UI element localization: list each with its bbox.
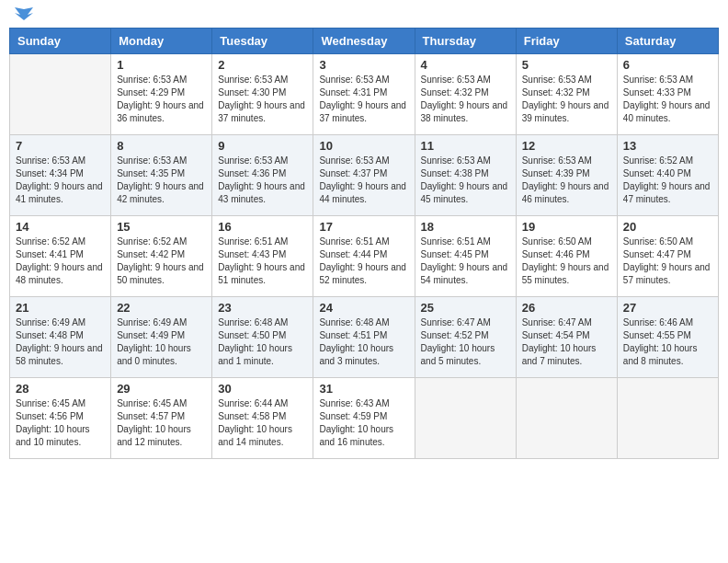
day-info: Sunrise: 6:47 AM Sunset: 4:52 PM Dayligh… [421, 316, 510, 368]
day-info: Sunrise: 6:48 AM Sunset: 4:50 PM Dayligh… [218, 316, 307, 368]
calendar-cell: 30Sunrise: 6:44 AM Sunset: 4:58 PM Dayli… [212, 378, 313, 459]
day-info: Sunrise: 6:49 AM Sunset: 4:48 PM Dayligh… [16, 316, 105, 368]
day-info: Sunrise: 6:45 AM Sunset: 4:56 PM Dayligh… [16, 397, 105, 449]
day-info: Sunrise: 6:50 AM Sunset: 4:47 PM Dayligh… [623, 236, 712, 287]
calendar-cell: 23Sunrise: 6:48 AM Sunset: 4:50 PM Dayli… [212, 297, 313, 378]
calendar-cell: 14Sunrise: 6:52 AM Sunset: 4:41 PM Dayli… [10, 216, 111, 297]
week-row-1: 1Sunrise: 6:53 AM Sunset: 4:29 PM Daylig… [10, 54, 719, 135]
day-info: Sunrise: 6:49 AM Sunset: 4:49 PM Dayligh… [117, 316, 206, 368]
calendar-cell: 21Sunrise: 6:49 AM Sunset: 4:48 PM Dayli… [10, 297, 111, 378]
calendar-cell: 15Sunrise: 6:52 AM Sunset: 4:42 PM Dayli… [111, 216, 212, 297]
day-info: Sunrise: 6:53 AM Sunset: 4:32 PM Dayligh… [522, 74, 611, 125]
calendar-cell [415, 378, 516, 459]
day-info: Sunrise: 6:44 AM Sunset: 4:58 PM Dayligh… [218, 397, 307, 449]
calendar-cell [10, 54, 111, 135]
calendar-cell: 26Sunrise: 6:47 AM Sunset: 4:54 PM Dayli… [516, 297, 617, 378]
day-number: 15 [117, 220, 206, 234]
calendar-cell: 10Sunrise: 6:53 AM Sunset: 4:37 PM Dayli… [313, 135, 415, 216]
weekday-header-wednesday: Wednesday [313, 29, 415, 54]
calendar-cell: 22Sunrise: 6:49 AM Sunset: 4:49 PM Dayli… [111, 297, 212, 378]
day-info: Sunrise: 6:47 AM Sunset: 4:54 PM Dayligh… [522, 316, 611, 368]
weekday-header-row: SundayMondayTuesdayWednesdayThursdayFrid… [10, 29, 719, 54]
day-number: 18 [421, 220, 510, 234]
day-number: 29 [117, 382, 206, 396]
week-row-5: 28Sunrise: 6:45 AM Sunset: 4:56 PM Dayli… [10, 378, 719, 459]
day-number: 7 [16, 139, 105, 153]
calendar-cell [516, 378, 617, 459]
page-header [9, 9, 719, 20]
day-info: Sunrise: 6:53 AM Sunset: 4:31 PM Dayligh… [319, 74, 408, 125]
day-info: Sunrise: 6:53 AM Sunset: 4:37 PM Dayligh… [319, 155, 408, 206]
day-number: 22 [117, 301, 206, 315]
day-info: Sunrise: 6:45 AM Sunset: 4:57 PM Dayligh… [117, 397, 206, 449]
weekday-header-monday: Monday [111, 29, 212, 54]
calendar-cell: 8Sunrise: 6:53 AM Sunset: 4:35 PM Daylig… [111, 135, 212, 216]
calendar-cell: 29Sunrise: 6:45 AM Sunset: 4:57 PM Dayli… [111, 378, 212, 459]
day-number: 5 [522, 58, 611, 72]
day-number: 11 [421, 139, 510, 153]
day-number: 25 [421, 301, 510, 315]
day-info: Sunrise: 6:51 AM Sunset: 4:43 PM Dayligh… [218, 236, 307, 287]
day-info: Sunrise: 6:53 AM Sunset: 4:34 PM Dayligh… [16, 155, 105, 206]
day-info: Sunrise: 6:53 AM Sunset: 4:32 PM Dayligh… [421, 74, 510, 125]
weekday-header-friday: Friday [516, 29, 617, 54]
calendar-cell: 4Sunrise: 6:53 AM Sunset: 4:32 PM Daylig… [415, 54, 516, 135]
day-number: 10 [319, 139, 408, 153]
day-number: 28 [16, 382, 105, 396]
calendar-cell: 3Sunrise: 6:53 AM Sunset: 4:31 PM Daylig… [313, 54, 415, 135]
day-info: Sunrise: 6:51 AM Sunset: 4:45 PM Dayligh… [421, 236, 510, 287]
day-info: Sunrise: 6:53 AM Sunset: 4:33 PM Dayligh… [623, 74, 712, 125]
calendar-cell: 19Sunrise: 6:50 AM Sunset: 4:46 PM Dayli… [516, 216, 617, 297]
calendar-cell: 2Sunrise: 6:53 AM Sunset: 4:30 PM Daylig… [212, 54, 313, 135]
day-info: Sunrise: 6:48 AM Sunset: 4:51 PM Dayligh… [319, 316, 408, 368]
day-number: 26 [522, 301, 611, 315]
calendar-cell: 7Sunrise: 6:53 AM Sunset: 4:34 PM Daylig… [10, 135, 111, 216]
calendar-cell: 25Sunrise: 6:47 AM Sunset: 4:52 PM Dayli… [415, 297, 516, 378]
calendar-cell: 31Sunrise: 6:43 AM Sunset: 4:59 PM Dayli… [313, 378, 415, 459]
weekday-header-tuesday: Tuesday [212, 29, 313, 54]
weekday-header-saturday: Saturday [617, 29, 718, 54]
calendar-cell [617, 378, 718, 459]
calendar-cell: 17Sunrise: 6:51 AM Sunset: 4:44 PM Dayli… [313, 216, 415, 297]
day-number: 13 [623, 139, 712, 153]
day-number: 24 [319, 301, 408, 315]
day-number: 16 [218, 220, 307, 234]
logo-bird-icon [15, 7, 33, 24]
day-number: 30 [218, 382, 307, 396]
calendar-cell: 13Sunrise: 6:52 AM Sunset: 4:40 PM Dayli… [617, 135, 718, 216]
week-row-2: 7Sunrise: 6:53 AM Sunset: 4:34 PM Daylig… [10, 135, 719, 216]
day-info: Sunrise: 6:52 AM Sunset: 4:40 PM Dayligh… [623, 155, 712, 206]
calendar-cell: 11Sunrise: 6:53 AM Sunset: 4:38 PM Dayli… [415, 135, 516, 216]
calendar-cell: 5Sunrise: 6:53 AM Sunset: 4:32 PM Daylig… [516, 54, 617, 135]
calendar-cell: 18Sunrise: 6:51 AM Sunset: 4:45 PM Dayli… [415, 216, 516, 297]
calendar-table: SundayMondayTuesdayWednesdayThursdayFrid… [9, 28, 719, 459]
day-number: 6 [623, 58, 712, 72]
day-number: 8 [117, 139, 206, 153]
day-info: Sunrise: 6:53 AM Sunset: 4:39 PM Dayligh… [522, 155, 611, 206]
day-info: Sunrise: 6:51 AM Sunset: 4:44 PM Dayligh… [319, 236, 408, 287]
day-info: Sunrise: 6:53 AM Sunset: 4:29 PM Dayligh… [117, 74, 206, 125]
calendar-cell: 28Sunrise: 6:45 AM Sunset: 4:56 PM Dayli… [10, 378, 111, 459]
day-number: 1 [117, 58, 206, 72]
calendar-cell: 12Sunrise: 6:53 AM Sunset: 4:39 PM Dayli… [516, 135, 617, 216]
svg-marker-0 [15, 7, 33, 20]
day-number: 21 [16, 301, 105, 315]
day-number: 27 [623, 301, 712, 315]
day-info: Sunrise: 6:53 AM Sunset: 4:35 PM Dayligh… [117, 155, 206, 206]
day-number: 9 [218, 139, 307, 153]
calendar-cell: 20Sunrise: 6:50 AM Sunset: 4:47 PM Dayli… [617, 216, 718, 297]
day-number: 17 [319, 220, 408, 234]
day-info: Sunrise: 6:46 AM Sunset: 4:55 PM Dayligh… [623, 316, 712, 368]
day-info: Sunrise: 6:52 AM Sunset: 4:41 PM Dayligh… [16, 236, 105, 287]
day-number: 19 [522, 220, 611, 234]
day-number: 2 [218, 58, 307, 72]
day-info: Sunrise: 6:52 AM Sunset: 4:42 PM Dayligh… [117, 236, 206, 287]
calendar-cell: 6Sunrise: 6:53 AM Sunset: 4:33 PM Daylig… [617, 54, 718, 135]
calendar-cell: 9Sunrise: 6:53 AM Sunset: 4:36 PM Daylig… [212, 135, 313, 216]
weekday-header-sunday: Sunday [10, 29, 111, 54]
day-info: Sunrise: 6:53 AM Sunset: 4:30 PM Dayligh… [218, 74, 307, 125]
day-number: 3 [319, 58, 408, 72]
day-info: Sunrise: 6:53 AM Sunset: 4:38 PM Dayligh… [421, 155, 510, 206]
week-row-3: 14Sunrise: 6:52 AM Sunset: 4:41 PM Dayli… [10, 216, 719, 297]
day-number: 12 [522, 139, 611, 153]
